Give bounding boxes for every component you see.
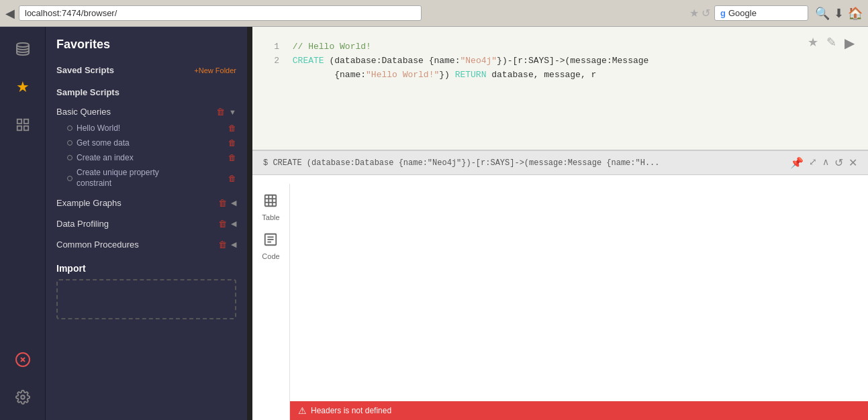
table-view-btn[interactable]: Table <box>258 189 283 225</box>
favorites-title: Favorites <box>46 27 247 60</box>
code-line3-end: database, message, r <box>486 70 596 80</box>
basic-queries-header[interactable]: Basic Queries 🗑 ▼ <box>46 103 247 121</box>
code-neo4j-str: "Neo4j" <box>460 56 497 66</box>
code-helloworld-str: "Hello World!" <box>366 70 439 80</box>
get-some-data-trash-icon[interactable]: 🗑 <box>228 138 236 148</box>
hello-world-item[interactable]: Hello World! 🗑 <box>46 121 247 136</box>
code-icon <box>263 232 278 250</box>
data-profiling-actions: 🗑 ◀ <box>218 219 236 229</box>
new-folder-btn[interactable]: +New Folder <box>194 66 236 74</box>
browser-chrome: ◀ localhost:7474/browser/ ★ ↺ g Google 🔍… <box>0 0 868 27</box>
saved-scripts-label: Saved Scripts <box>56 65 114 75</box>
import-dropzone[interactable] <box>56 279 236 319</box>
common-procedures-trash-icon[interactable]: 🗑 <box>218 240 227 250</box>
sidebar-icon-errors[interactable] <box>7 344 39 376</box>
code-line3-mid: }) <box>439 70 454 80</box>
result-expand-icon[interactable]: ⤢ <box>809 156 817 169</box>
create-constraint-label: Create unique propertyconstraint <box>77 168 159 189</box>
editor-line-3: 3 {name:"Hello World!"}) RETURN database… <box>269 68 852 83</box>
result-close-icon[interactable]: ✕ <box>849 156 857 169</box>
data-profiling-chevron-icon[interactable]: ◀ <box>231 219 236 228</box>
data-profiling-title: Data Profiling <box>56 219 109 229</box>
star-browser-icon[interactable]: ★ <box>689 7 699 19</box>
hello-world-dot <box>67 125 73 131</box>
google-logo: g <box>720 8 726 18</box>
create-index-label: Create an index <box>77 153 134 162</box>
error-message: Headers is not defined <box>311 406 391 415</box>
editor-run-icon[interactable]: ▶ <box>845 35 855 51</box>
panel-resize-handle[interactable] <box>247 27 252 420</box>
sidebar-icon-settings[interactable] <box>7 381 39 413</box>
icon-sidebar: ★ <box>0 27 46 420</box>
code-line2-rest: })-[r:SAYS]->(message:Message <box>497 56 648 66</box>
create-constraint-dot <box>67 176 73 181</box>
refresh-icon[interactable]: ↺ <box>702 7 710 19</box>
code-line2-plain: (database:Database {name: <box>329 56 460 66</box>
main-content: 1 // Hello World! 2 CREATE (database:Dat… <box>252 27 868 420</box>
editor-star-icon[interactable]: ★ <box>808 35 818 51</box>
result-header: $ CREATE (database:Database {name:"Neo4j… <box>252 151 868 175</box>
example-graphs-chevron-icon[interactable]: ◀ <box>231 199 236 207</box>
example-graphs-header[interactable]: Example Graphs 🗑 ◀ <box>46 194 247 212</box>
import-section: Import <box>46 255 247 327</box>
sidebar-icon-search[interactable] <box>7 109 39 141</box>
result-pin-icon[interactable]: 📌 <box>790 156 804 169</box>
result-collapse-icon[interactable]: ∧ <box>822 156 829 169</box>
browser-download-icon[interactable]: ⬇ <box>834 6 844 21</box>
code-line3-start: {name: <box>293 70 366 80</box>
editor-area: 1 // Hello World! 2 CREATE (database:Dat… <box>252 27 868 151</box>
editor-edit-icon[interactable]: ✎ <box>826 35 836 51</box>
sidebar-icon-database[interactable] <box>7 34 39 66</box>
favorites-panel: Favorites Saved Scripts +New Folder Samp… <box>46 27 247 420</box>
code-comment: // Hello World! <box>293 42 371 52</box>
common-procedures-header[interactable]: Common Procedures 🗑 ◀ <box>46 235 247 254</box>
code-label: Code <box>262 252 279 260</box>
data-profiling-header[interactable]: Data Profiling 🗑 ◀ <box>46 215 247 233</box>
get-some-data-dot <box>67 140 73 146</box>
create-index-trash-icon[interactable]: 🗑 <box>228 153 236 162</box>
basic-queries-trash-icon[interactable]: 🗑 <box>216 107 225 117</box>
browser-back-btn[interactable]: ◀ <box>5 6 15 21</box>
svg-point-8 <box>21 395 25 399</box>
table-icon <box>263 193 278 211</box>
url-bar[interactable]: localhost:7474/browser/ <box>19 5 422 21</box>
code-return-kw: RETURN <box>455 70 487 80</box>
line-num-2: 2 <box>269 54 279 68</box>
example-graphs-group: Example Graphs 🗑 ◀ <box>46 193 247 213</box>
basic-queries-title: Basic Queries <box>56 107 111 117</box>
result-body <box>290 184 868 420</box>
result-refresh-icon[interactable]: ↺ <box>834 156 843 169</box>
common-procedures-chevron-icon[interactable]: ◀ <box>231 240 236 249</box>
svg-rect-2 <box>23 119 28 123</box>
code-view-btn[interactable]: Code <box>258 228 283 264</box>
url-text: localhost:7474/browser/ <box>25 8 117 18</box>
get-some-data-label: Get some data <box>77 138 130 148</box>
data-profiling-trash-icon[interactable]: 🗑 <box>218 219 227 229</box>
hello-world-trash-icon[interactable]: 🗑 <box>228 123 236 133</box>
svg-rect-1 <box>17 119 21 123</box>
svg-point-0 <box>17 43 29 47</box>
create-index-item[interactable]: Create an index 🗑 <box>46 150 247 165</box>
sidebar-icon-favorites[interactable]: ★ <box>7 71 39 103</box>
app-container: ★ Favorites Save <box>0 27 868 420</box>
code-create-kw: CREATE <box>293 56 324 66</box>
get-some-data-item[interactable]: Get some data 🗑 <box>46 136 247 150</box>
create-constraint-item[interactable]: Create unique propertyconstraint 🗑 <box>46 165 247 191</box>
browser-search-icon[interactable]: 🔍 <box>815 6 830 21</box>
search-bar[interactable]: g Google <box>714 5 808 21</box>
editor-toolbar: ★ ✎ ▶ <box>808 35 855 51</box>
create-constraint-trash-icon[interactable]: 🗑 <box>228 174 236 183</box>
example-graphs-title: Example Graphs <box>56 198 122 208</box>
editor-code: 1 // Hello World! 2 CREATE (database:Dat… <box>269 40 852 82</box>
browser-icons: ★ ↺ <box>689 7 710 19</box>
line-num-1: 1 <box>269 40 279 54</box>
editor-line-2: 2 CREATE (database:Database {name:"Neo4j… <box>269 54 852 68</box>
editor-line-1: 1 // Hello World! <box>269 40 852 54</box>
common-procedures-group: Common Procedures 🗑 ◀ <box>46 234 247 255</box>
create-index-dot <box>67 155 73 160</box>
basic-queries-group: Basic Queries 🗑 ▼ Hello World! 🗑 Get som… <box>46 101 247 193</box>
basic-queries-chevron-icon[interactable]: ▼ <box>229 108 236 116</box>
example-graphs-trash-icon[interactable]: 🗑 <box>218 198 227 208</box>
browser-home-icon[interactable]: 🏠 <box>848 6 863 21</box>
basic-queries-actions: 🗑 ▼ <box>216 107 236 117</box>
